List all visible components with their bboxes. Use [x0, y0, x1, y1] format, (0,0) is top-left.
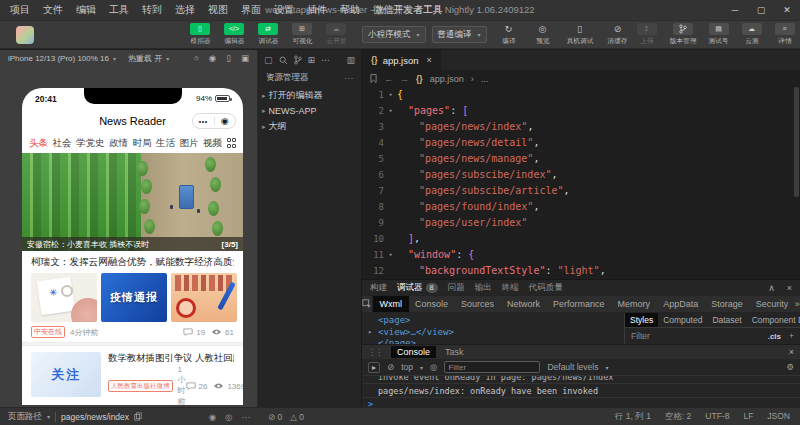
tab-build[interactable]: 构建 [370, 282, 387, 294]
inspect-element-icon[interactable] [362, 296, 373, 312]
close-icon[interactable]: × [787, 283, 792, 293]
styles-filter-input[interactable]: Filter [631, 331, 650, 341]
overflow-tabs-icon[interactable]: » [795, 299, 800, 309]
tab-app-json[interactable]: {} app.json × [362, 50, 441, 70]
warning-indicator[interactable]: △ 0 [290, 412, 304, 422]
copy-icon[interactable] [134, 412, 142, 421]
tab-computed[interactable]: Computed [658, 313, 707, 327]
devtool-tab-security[interactable]: Security [749, 296, 795, 312]
more-icon[interactable]: ⋯ [242, 412, 251, 422]
cls-button[interactable]: .cls [768, 332, 781, 341]
editor-button[interactable]: </> 编辑器 [220, 23, 248, 46]
tab-console[interactable]: Console [391, 346, 436, 358]
devtool-tab-console[interactable]: Console [409, 296, 455, 312]
console-sidebar-icon[interactable]: ▸ [368, 362, 380, 373]
tab-output[interactable]: 输出 [475, 282, 492, 294]
version-button[interactable]: 版本管理 [666, 23, 700, 46]
menu-select[interactable]: 选择 [175, 3, 195, 17]
devtool-tab-storage[interactable]: Storage [705, 296, 750, 312]
console-output[interactable]: invoke event onReady in page: pages/news… [362, 376, 800, 407]
split-editor-icon[interactable]: ▥ [346, 55, 355, 65]
eye-icon[interactable]: ◎ [430, 362, 437, 372]
devtool-tab-network[interactable]: Network [501, 296, 547, 312]
simulator-button[interactable]: ▯ 模拟器 [186, 23, 214, 46]
console-prompt[interactable]: > [362, 398, 800, 407]
compile-mode-dropdown[interactable]: 普通编译 ▾ [432, 26, 487, 43]
news-item[interactable]: 关注 数学教材插图引争议 人教社回应：重新绘制 人民教育出版社微博 1小时前 2… [22, 346, 243, 405]
float-window-icon[interactable]: ▣ [241, 53, 249, 63]
menu-view[interactable]: 视图 [208, 3, 228, 17]
device-frame-icon[interactable]: ▯ [226, 53, 231, 63]
bookmark-icon[interactable] [370, 74, 377, 83]
device-debug-button[interactable]: ▯ 真机调试 [563, 23, 597, 46]
device-selector[interactable]: iPhone 12/13 (Pro) 100% 16 [8, 54, 109, 63]
record-icon[interactable]: ◉ [209, 53, 216, 63]
tab-life[interactable]: 生活 [156, 137, 175, 150]
log-levels-dropdown[interactable]: Default levels [547, 362, 598, 372]
menu-help[interactable]: 帮助 [340, 3, 360, 17]
tree-outline[interactable]: ▸ 大纲 [258, 118, 361, 135]
collapse-icon[interactable]: ∧ [768, 283, 775, 293]
source-control-icon[interactable] [294, 55, 302, 65]
news-item[interactable]: 柯瑞文：发挥云网融合优势，赋能数字经济高质量发展 ✳ 疫情通报 [22, 251, 243, 342]
minimize-icon[interactable]: ─ [722, 0, 748, 20]
console-filter-input[interactable]: Filter [444, 361, 540, 373]
tab-styles[interactable]: Styles [625, 313, 658, 327]
menu-edit[interactable]: 编辑 [76, 3, 96, 17]
tab-video[interactable]: 视频 [203, 137, 222, 150]
category-grid-icon[interactable] [227, 138, 237, 148]
tab-current[interactable]: 时局 [133, 137, 152, 150]
hot-reload-toggle[interactable]: 热重载 开 [128, 53, 162, 64]
eol-setting[interactable]: LF [743, 411, 753, 423]
files-icon[interactable]: ▢ [264, 55, 273, 65]
close-tab-icon[interactable]: × [427, 55, 432, 65]
tab-headlines[interactable]: 头条 [29, 137, 48, 150]
cloud-test-button[interactable]: ☁ 云测 [738, 23, 766, 46]
error-indicator[interactable]: ⊘ 0 [268, 412, 282, 422]
visualize-button[interactable]: ⊞ 可视化 [288, 23, 316, 46]
language-mode[interactable]: JSON [767, 411, 790, 423]
preview-button[interactable]: ◎ 预览 [529, 23, 557, 46]
tab-society[interactable]: 社会 [53, 137, 72, 150]
tab-politics[interactable]: 政情 [109, 137, 128, 150]
page-path-dropdown[interactable]: 页面路径 [8, 411, 42, 423]
devtool-tab-performance[interactable]: Performance [547, 296, 612, 312]
encoding[interactable]: UTF-8 [705, 411, 729, 423]
search-icon[interactable] [279, 56, 288, 65]
indent-setting[interactable]: 空格: 2 [665, 411, 691, 423]
wxml-node[interactable]: <view>…</view> [378, 327, 454, 339]
drag-handle-icon[interactable]: ⋮⋮ [368, 348, 382, 357]
menu-settings[interactable]: 设置 [274, 3, 294, 17]
tab-problems[interactable]: 问题 [448, 282, 465, 294]
close-icon[interactable]: × [789, 347, 794, 357]
tab-debugger[interactable]: 调试器8 [397, 282, 438, 294]
details-button[interactable]: ≡ 详情 [771, 23, 799, 46]
code-editor[interactable]: 1▾{ 2▾"pages": [ 3"pages/news/index", 4"… [362, 87, 800, 279]
more-icon[interactable]: ⋯ [345, 73, 358, 83]
tab-code-quality[interactable]: 代码质量 [529, 282, 563, 294]
menu-goto[interactable]: 转到 [142, 3, 162, 17]
more-icon[interactable]: ••• [193, 114, 214, 128]
tab-component-data[interactable]: Component Data [747, 313, 800, 327]
more-icon[interactable]: ⋯ [321, 55, 330, 65]
avatar[interactable] [16, 26, 34, 44]
tree-news-app[interactable]: ▸ NEWS-APP [258, 104, 361, 118]
cursor-position[interactable]: 行 1, 列 1 [615, 411, 651, 423]
devtool-tab-appdata[interactable]: AppData [657, 296, 705, 312]
menu-devtools[interactable]: 微信开发者工具 [373, 3, 443, 17]
menu-file[interactable]: 文件 [43, 3, 63, 17]
tab-party-history[interactable]: 学党史 [76, 137, 105, 150]
menu-tools[interactable]: 工具 [109, 3, 129, 17]
test-account-button[interactable]: ▤ 测试号 [705, 23, 733, 46]
compile-button[interactable]: ↻ 编译 [495, 23, 523, 46]
breadcrumb-file[interactable]: app.json [430, 74, 464, 84]
rotate-icon[interactable]: ○ [194, 53, 199, 63]
devtool-tab-memory[interactable]: Memory [611, 296, 657, 312]
maximize-icon[interactable]: ▢ [748, 0, 774, 20]
clear-console-icon[interactable]: ⊘ [387, 362, 394, 372]
gear-icon[interactable]: ⚙ [786, 362, 794, 372]
clear-cache-button[interactable]: ⊘ 清缓存 [603, 23, 633, 46]
menu-project[interactable]: 项目 [10, 3, 30, 17]
context-selector[interactable]: top [401, 362, 413, 372]
chevron-right-icon[interactable]: ▸ [368, 327, 376, 339]
